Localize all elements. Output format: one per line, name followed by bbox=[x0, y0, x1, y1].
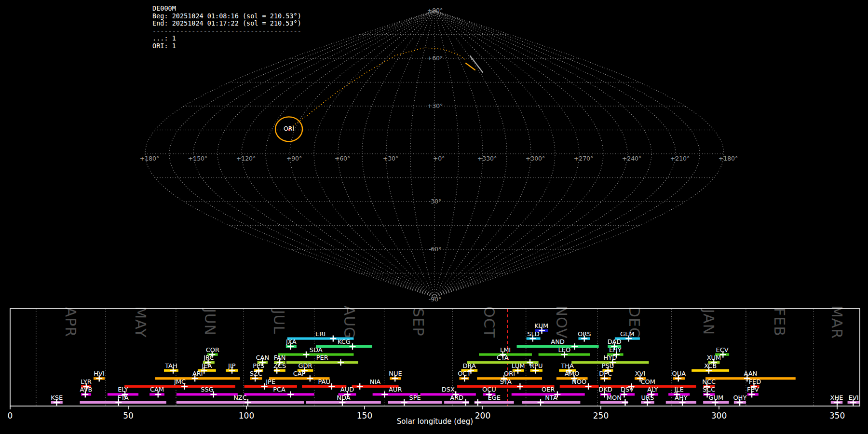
shower-label: CAN bbox=[256, 354, 269, 361]
shower-label: QUA bbox=[672, 370, 686, 377]
shower-label: LYR bbox=[81, 378, 92, 385]
shower-label: PSU bbox=[602, 362, 614, 369]
shower-label: JXA bbox=[285, 338, 297, 345]
observation-header: DE000M Beg: 20251024 01:08:16 (sol = 210… bbox=[152, 5, 301, 50]
shower-label: AUD bbox=[340, 386, 354, 393]
longitude-label: +120° bbox=[236, 155, 256, 162]
meridian-line bbox=[410, 11, 434, 297]
longitude-label: +270° bbox=[574, 155, 594, 162]
shower-label: AVB bbox=[80, 386, 93, 393]
axis-tick-label: 150 bbox=[357, 411, 372, 420]
shower-label: NDA bbox=[337, 394, 351, 401]
longitude-label: +330° bbox=[477, 155, 497, 162]
month-label: OCT bbox=[481, 306, 498, 338]
longitude-label: +60° bbox=[335, 155, 351, 162]
shower-label: ZCS bbox=[273, 362, 286, 369]
shower-label: THA bbox=[560, 362, 574, 369]
shower-label: SDA bbox=[310, 346, 323, 353]
shower-label: NZC bbox=[233, 394, 247, 401]
shower-label: AMO bbox=[565, 370, 579, 377]
shower-label: AND bbox=[551, 338, 565, 345]
shower-label: ELY bbox=[118, 386, 128, 393]
shower-label: DSX bbox=[442, 386, 455, 393]
shower-label: JRC bbox=[203, 354, 214, 361]
x-axis-title: Solar longitude (deg) bbox=[397, 417, 473, 426]
month-label: FEB bbox=[771, 308, 788, 337]
shower-label: GEM bbox=[620, 330, 635, 338]
meridian-line bbox=[434, 11, 555, 297]
shower-label: NIA bbox=[370, 378, 381, 385]
axis-tick-label: 300 bbox=[711, 411, 727, 420]
longitude-label: +150° bbox=[188, 155, 208, 162]
shower-label: OCT bbox=[458, 370, 471, 377]
axis-tick-label: 0 bbox=[8, 411, 13, 420]
shower-label: SCC bbox=[703, 386, 715, 393]
shower-bar bbox=[316, 345, 372, 348]
shower-label: HVI bbox=[94, 370, 105, 377]
axis-tick-label: 50 bbox=[123, 411, 134, 420]
shower-label: AUR bbox=[389, 386, 402, 393]
meteor-observation-plot: +90°+60°+30°-30°-60°-90°+180°+150°+120°+… bbox=[0, 0, 868, 434]
shower-label: ALY bbox=[647, 386, 658, 393]
shower-bar bbox=[176, 401, 304, 404]
shower-label: XVI bbox=[635, 370, 646, 377]
shower-label: CAP bbox=[293, 370, 306, 377]
meteor-segment bbox=[466, 63, 475, 70]
shower-label: AAN bbox=[744, 370, 757, 377]
shower-label: FAN bbox=[274, 354, 286, 361]
shower-label: COR bbox=[206, 346, 219, 353]
month-label: JUN bbox=[202, 308, 218, 336]
shower-label: PAU bbox=[318, 378, 330, 385]
meteor-station-summary-window: DE000M Beg: 20251024 01:08:16 (sol = 210… bbox=[0, 0, 868, 434]
latitude-label: +30° bbox=[427, 102, 443, 109]
shower-bar bbox=[388, 401, 442, 404]
shower-label: ECV bbox=[716, 346, 729, 353]
shower-bar bbox=[457, 385, 554, 388]
axis-tick-label: 100 bbox=[239, 411, 254, 420]
shower-label: JIP bbox=[228, 362, 236, 369]
shower-label: SLD bbox=[527, 330, 540, 338]
shower-label: ERI bbox=[315, 330, 326, 338]
shower-label: SSG bbox=[201, 386, 214, 393]
shower-label: DAD bbox=[608, 338, 622, 345]
shower-activity-chart: APRMAYJUNJULAUGSEPOCTNOVDECJANFEBMARKUME… bbox=[8, 305, 860, 420]
shower-label: DKD bbox=[598, 386, 612, 393]
meridian-line bbox=[434, 11, 724, 297]
shower-label: CAM bbox=[150, 386, 164, 393]
month-label: MAR bbox=[828, 305, 845, 339]
month-label: JUL bbox=[271, 309, 287, 335]
shower-label: XHE bbox=[830, 394, 843, 401]
shower-bar bbox=[302, 385, 346, 388]
latitude-label: -60° bbox=[429, 245, 442, 253]
longitude-label: +300° bbox=[526, 155, 545, 162]
shower-label: LUM bbox=[512, 362, 525, 369]
shower-label: RPU bbox=[530, 362, 542, 369]
shower-bar bbox=[80, 401, 166, 404]
latitude-label: +90° bbox=[427, 7, 443, 14]
shower-label: FED bbox=[749, 378, 761, 385]
shower-bar bbox=[244, 393, 314, 395]
shower-label: STA bbox=[500, 378, 512, 385]
shower-label: ORS bbox=[578, 330, 591, 338]
axis-tick-label: 350 bbox=[829, 411, 845, 420]
shower-bar bbox=[244, 385, 297, 388]
shower-label: EGE bbox=[488, 394, 501, 401]
shower-label: EHY bbox=[609, 346, 622, 353]
shower-label: CTA bbox=[497, 354, 509, 361]
shower-label: JPE bbox=[265, 378, 275, 385]
shower-label: JMC bbox=[174, 378, 186, 385]
shower-label: KCG bbox=[338, 338, 351, 345]
shower-label: KSE bbox=[51, 394, 63, 401]
shower-label: NCC bbox=[702, 378, 716, 385]
shower-label: NUE bbox=[389, 370, 402, 377]
month-label: JAN bbox=[700, 308, 717, 335]
shower-label: PCA bbox=[273, 386, 285, 393]
latitude-label: +60° bbox=[427, 54, 443, 62]
meridian-line bbox=[434, 11, 507, 297]
shower-label: OCU bbox=[482, 386, 496, 393]
shower-label: ORI bbox=[504, 370, 515, 377]
longitude-label: +30° bbox=[383, 155, 399, 162]
shower-label: XUM bbox=[707, 354, 721, 361]
shower-label: LMI bbox=[500, 346, 511, 353]
shower-label: JEA bbox=[201, 362, 212, 369]
